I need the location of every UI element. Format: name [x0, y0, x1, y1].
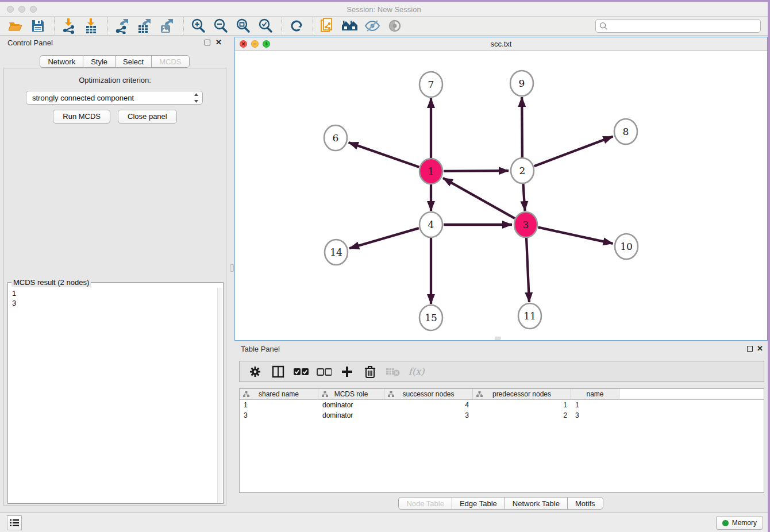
zoom-fit-button[interactable] [234, 18, 252, 34]
hide-selected-button[interactable] [364, 18, 381, 34]
select-all-columns-button[interactable] [294, 364, 309, 379]
zoom-out-button[interactable] [212, 18, 229, 34]
close-panel-icon[interactable]: ✕ [757, 344, 763, 353]
graph-node-label: 6 [333, 132, 339, 144]
tab-network[interactable]: Network [40, 55, 83, 68]
table-cell[interactable]: 3 [240, 410, 318, 421]
table-cell[interactable]: 4 [384, 400, 473, 410]
table-cell[interactable]: 3 [571, 410, 619, 421]
graph-node-15[interactable]: 15 [419, 305, 442, 330]
mcds-result-text[interactable]: 13 [8, 284, 217, 503]
node-table[interactable]: shared nameMCDS rolesuccessor nodesprede… [239, 388, 764, 493]
network-from-selection-button[interactable] [319, 18, 336, 34]
graph-edge-1-2[interactable] [444, 171, 509, 171]
network-window-title: scc.txt [235, 40, 767, 48]
column-header-successor-nodes[interactable]: successor nodes [384, 389, 473, 400]
main-toolbar [0, 17, 768, 36]
close-panel-button[interactable]: Close panel [118, 110, 177, 124]
export-network-icon [114, 18, 130, 34]
tab-node-table[interactable]: Node Table [398, 497, 452, 510]
column-header-predecessor-nodes[interactable]: predecessor nodes [473, 389, 571, 400]
graph-node-6[interactable]: 6 [324, 125, 347, 151]
graph-node-9[interactable]: 9 [510, 71, 533, 96]
save-session-button[interactable] [29, 18, 47, 34]
first-neighbors-button[interactable] [341, 18, 359, 34]
table-cell[interactable]: 2 [473, 410, 571, 421]
function-builder-button[interactable]: f(x) [409, 364, 424, 379]
float-panel-icon[interactable] [205, 40, 210, 45]
apply-layout-button[interactable] [288, 18, 305, 34]
graph-edge-2-9[interactable] [522, 97, 522, 158]
table-cell[interactable]: 1 [571, 400, 619, 410]
export-table-button[interactable] [136, 18, 153, 34]
column-header-shared-name[interactable]: shared name [240, 389, 318, 400]
table-row[interactable]: 3dominator323 [240, 410, 764, 421]
column-header-mcds-role[interactable]: MCDS role [318, 389, 384, 400]
tab-select[interactable]: Select [115, 55, 152, 68]
run-mcds-button[interactable]: Run MCDS [53, 110, 110, 124]
float-panel-icon[interactable] [747, 346, 753, 352]
tab-edge-table[interactable]: Edge Table [452, 497, 505, 510]
criterion-dropdown[interactable]: strongly connected component [26, 91, 203, 105]
table-cell[interactable]: dominator [318, 410, 384, 421]
graph-node-14[interactable]: 14 [325, 240, 348, 265]
graph-node-8[interactable]: 8 [614, 119, 637, 144]
open-session-button[interactable] [7, 18, 24, 34]
graph-edge-4-14[interactable] [349, 228, 419, 248]
memory-button[interactable]: Memory [716, 516, 763, 530]
task-history-button[interactable] [7, 515, 22, 530]
graph-edge-3-10[interactable] [538, 228, 613, 244]
zoom-selected-button[interactable] [257, 18, 274, 34]
mcds-result-line: 1 [12, 288, 217, 298]
column-header-name[interactable]: name [571, 389, 619, 400]
close-panel-icon[interactable]: ✕ [215, 38, 222, 47]
zoom-in-button[interactable] [190, 18, 207, 34]
table-cell[interactable]: 3 [384, 410, 473, 421]
export-network-button[interactable] [114, 18, 131, 34]
graph-node-1[interactable]: 1 [419, 159, 442, 184]
table-cell[interactable]: dominator [318, 400, 384, 410]
search-input[interactable] [608, 20, 760, 32]
graph-node-2[interactable]: 2 [511, 158, 534, 183]
graph-edge-1-6[interactable] [349, 142, 419, 167]
tab-network-table[interactable]: Network Table [505, 497, 568, 510]
show-all-button[interactable] [386, 18, 403, 34]
table-panel-title: Table Panel [241, 345, 280, 353]
import-table-button[interactable] [83, 18, 100, 34]
splitter-grip[interactable] [230, 264, 234, 272]
unchecked-boxes-icon [317, 368, 332, 376]
zoom-selected-icon [257, 18, 274, 34]
table-cell[interactable]: 1 [473, 400, 571, 410]
tab-motifs[interactable]: Motifs [567, 497, 603, 510]
fx-icon: f(x) [409, 366, 424, 377]
delete-table-button[interactable] [386, 364, 401, 379]
mcds-result-scrollbar[interactable] [217, 288, 222, 503]
plus-icon [341, 366, 353, 377]
memory-status-icon [722, 520, 729, 526]
graph-node-4[interactable]: 4 [419, 212, 442, 237]
import-network-button[interactable] [60, 18, 78, 34]
table-settings-button[interactable] [248, 364, 263, 379]
graph-node-11[interactable]: 11 [518, 303, 541, 329]
tab-style[interactable]: Style [83, 55, 116, 68]
network-canvas[interactable]: 7968124314101511 [235, 51, 767, 340]
show-column-button[interactable] [271, 364, 286, 379]
graph-node-7[interactable]: 7 [419, 72, 442, 97]
graph-node-10[interactable]: 10 [615, 234, 638, 259]
graph-edge-2-8[interactable] [534, 136, 613, 166]
network-window-grip[interactable] [495, 337, 500, 340]
table-cell[interactable]: 1 [240, 400, 318, 410]
tab-mcds[interactable]: MCDS [151, 55, 189, 68]
graph-edge-3-11[interactable] [526, 237, 529, 302]
graph-edge-2-3[interactable] [523, 183, 525, 211]
search-box[interactable] [595, 19, 761, 33]
delete-column-button[interactable] [363, 364, 378, 379]
vertical-splitter[interactable] [230, 36, 234, 512]
graph-edge-3-1[interactable] [443, 178, 515, 218]
create-column-button[interactable] [340, 364, 355, 379]
graph-node-3[interactable]: 3 [514, 212, 537, 237]
table-row[interactable]: 1dominator411 [240, 400, 764, 410]
export-image-button[interactable] [159, 18, 176, 34]
unselect-all-columns-button[interactable] [317, 364, 332, 379]
mcds-buttons-row: Run MCDS Close panel [4, 110, 226, 124]
